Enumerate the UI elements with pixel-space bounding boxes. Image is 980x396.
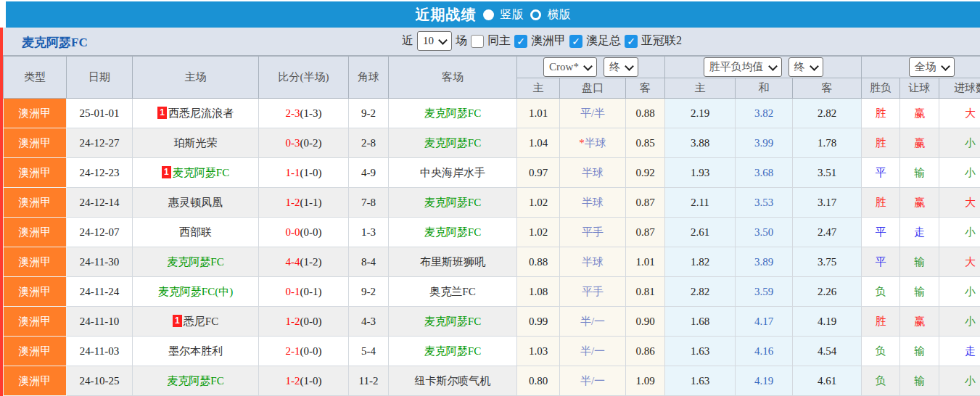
result-cell: 负 — [862, 337, 900, 366]
away-team-cell[interactable]: 麦克阿瑟FC — [389, 188, 517, 218]
away-team-name[interactable]: 麦克阿瑟FC — [424, 107, 481, 119]
cup-checkbox[interactable]: ✓ — [569, 35, 582, 48]
handicap-cell: 平手 — [560, 277, 626, 307]
table-row: 澳洲甲 25-01-01 1西悉尼流浪者 2-3(1-3) 9-2 麦克阿瑟FC… — [4, 99, 980, 128]
away-team-cell[interactable]: 奥克兰FC — [389, 277, 517, 307]
away-team-cell[interactable]: 布里斯班狮吼 — [389, 247, 517, 277]
score-cell: 2-1(0-0) — [259, 337, 349, 366]
away-team-name[interactable]: 麦克阿瑟FC — [424, 226, 481, 238]
score-cell: 0-1(0-1) — [259, 277, 349, 307]
subheader-wdl-draw: 和 — [736, 78, 793, 99]
panel-title: 近期战绩 — [416, 5, 477, 25]
wdl-away-odds-cell: 3.51 — [793, 158, 862, 188]
wdl-draw-odds-cell: 3.68 — [736, 158, 793, 188]
home-team-cell[interactable]: 西部联 — [133, 218, 259, 247]
corner-cell: 1-3 — [349, 218, 389, 247]
away-team-cell[interactable]: 麦克阿瑟FC — [389, 337, 517, 366]
corner-cell: 8-4 — [349, 247, 389, 277]
acl-checkbox[interactable]: ✓ — [625, 35, 638, 48]
home-team-cell[interactable]: 1麦克阿瑟FC — [133, 158, 259, 188]
away-team-name[interactable]: 奥克兰FC — [429, 286, 475, 297]
halftime-score: (1-0) — [300, 375, 322, 387]
home-team-name[interactable]: 西悉尼流浪者 — [168, 107, 234, 119]
away-team-name[interactable]: 麦克阿瑟FC — [424, 197, 481, 208]
team-name-link[interactable]: 麦克阿瑟FC — [22, 34, 88, 51]
away-team-cell[interactable]: 麦克阿瑟FC — [389, 99, 517, 128]
fulltime-score: 4-4 — [286, 256, 300, 268]
away-team-cell[interactable]: 麦克阿瑟FC — [389, 307, 517, 337]
home-team-name[interactable]: 珀斯光荣 — [174, 137, 218, 149]
league-a-checkbox[interactable]: ✓ — [514, 35, 527, 48]
home-team-name[interactable]: 悉尼FC — [184, 315, 218, 327]
away-team-name[interactable]: 麦克阿瑟FC — [424, 137, 481, 149]
fulltime-score: 0-1 — [286, 286, 300, 297]
corner-cell: 9-2 — [349, 277, 389, 307]
goals-result-cell: 小 — [939, 128, 980, 158]
recent-count-select[interactable]: 10 — [417, 31, 452, 51]
result-cell: 胜 — [862, 128, 900, 158]
handicap-result-cell: 赢 — [900, 188, 939, 218]
chevron-down-icon — [583, 62, 593, 71]
home-team-cell[interactable]: 1西悉尼流浪者 — [133, 99, 259, 128]
handicap-home-odds-cell: 1.01 — [517, 99, 560, 128]
league-type-cell: 澳洲甲 — [4, 307, 67, 337]
away-team-name[interactable]: 纽卡斯尔喷气机 — [415, 375, 491, 387]
wdl-draw-odds-cell: 3.53 — [736, 188, 793, 218]
wdl-draw-odds-cell: 3.82 — [736, 99, 793, 128]
home-team-cell[interactable]: 惠灵顿凤凰 — [133, 188, 259, 218]
home-team-name[interactable]: 惠灵顿凤凰 — [168, 197, 223, 208]
date-cell: 24-12-27 — [67, 128, 133, 158]
table-row: 澳洲甲 24-12-23 1麦克阿瑟FC 1-1(1-0) 4-9 中央海岸水手… — [4, 158, 980, 188]
handicap-away-odds-cell: 0.81 — [626, 277, 665, 307]
home-team-name[interactable]: 麦克阿瑟FC(中) — [158, 286, 233, 297]
away-team-name[interactable]: 中央海岸水手 — [420, 167, 485, 178]
home-team-name[interactable]: 墨尔本胜利 — [168, 345, 223, 357]
away-team-name[interactable]: 布里斯班狮吼 — [420, 256, 485, 268]
handicap-value: 半球 — [585, 137, 606, 149]
table-row: 澳洲甲 24-11-03 墨尔本胜利 2-1(0-0) 5-4 麦克阿瑟FC 1… — [4, 337, 980, 366]
same-home-label: 同主 — [487, 33, 511, 49]
goals-result-cell: 小 — [939, 218, 980, 247]
home-team-cell[interactable]: 麦克阿瑟FC — [133, 366, 259, 396]
away-team-cell[interactable]: 麦克阿瑟FC — [389, 218, 517, 247]
odds-company-time-select[interactable]: 终 — [604, 57, 638, 77]
wdl-average-select[interactable]: 胜平负均值 — [704, 57, 782, 77]
home-team-cell[interactable]: 珀斯光荣 — [133, 128, 259, 158]
away-team-cell[interactable]: 中央海岸水手 — [389, 158, 517, 188]
matches-label: 场 — [456, 33, 467, 49]
wdl-away-odds-cell: 3.75 — [793, 247, 862, 277]
col-header-away: 客场 — [389, 57, 517, 99]
home-team-name[interactable]: 麦克阿瑟FC — [173, 167, 229, 178]
vertical-layout-radio[interactable] — [483, 9, 494, 20]
home-team-name[interactable]: 麦克阿瑟FC — [167, 375, 223, 387]
same-home-checkbox[interactable] — [471, 35, 484, 48]
goals-result-cell: 大 — [939, 247, 980, 277]
home-team-cell[interactable]: 1悉尼FC — [133, 307, 259, 337]
corner-cell: 9-2 — [349, 99, 389, 128]
handicap-away-odds-cell: 1.01 — [626, 247, 665, 277]
wdl-home-odds-cell: 2.11 — [665, 188, 736, 218]
away-team-cell[interactable]: 纽卡斯尔喷气机 — [389, 366, 517, 396]
horizontal-layout-radio[interactable] — [530, 9, 541, 20]
wdl-home-odds-cell: 2.19 — [665, 99, 736, 128]
odds-company-select[interactable]: Crow* — [543, 57, 597, 77]
halftime-score: (1-0) — [300, 167, 322, 178]
result-cell: 平 — [862, 158, 900, 188]
wdl-home-odds-cell: 3.88 — [665, 128, 736, 158]
home-team-cell[interactable]: 墨尔本胜利 — [133, 337, 259, 366]
score-cell: 0-0(0-0) — [259, 218, 349, 247]
wdl-time-select[interactable]: 终 — [788, 57, 823, 77]
away-team-name[interactable]: 麦克阿瑟FC — [424, 345, 481, 357]
score-cell: 1-1(1-0) — [259, 158, 349, 188]
away-team-name[interactable]: 麦克阿瑟FC — [424, 315, 481, 327]
halftime-score: (1-1) — [300, 197, 322, 208]
rank-badge: 1 — [162, 166, 171, 178]
home-team-cell[interactable]: 麦克阿瑟FC(中) — [133, 277, 259, 307]
home-team-cell[interactable]: 麦克阿瑟FC — [133, 247, 259, 277]
home-team-name[interactable]: 麦克阿瑟FC — [167, 256, 223, 268]
away-team-cell[interactable]: 麦克阿瑟FC — [389, 128, 517, 158]
match-scope-select[interactable]: 全场 — [909, 57, 955, 77]
home-team-name[interactable]: 西部联 — [179, 226, 212, 238]
handicap-home-odds-cell: 1.03 — [517, 337, 560, 366]
rank-badge: 1 — [173, 315, 182, 327]
